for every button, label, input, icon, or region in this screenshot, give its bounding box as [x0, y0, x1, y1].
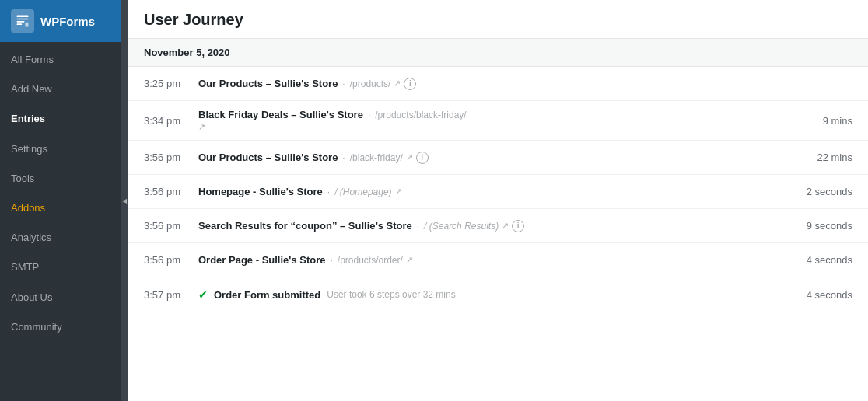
submitted-note: User took 6 steps over 32 mins: [327, 289, 455, 300]
sidebar-item-addons[interactable]: Addons: [0, 194, 121, 223]
time-cell: 3:56 pm: [144, 254, 198, 266]
duration-cell: 4 seconds: [790, 254, 852, 266]
info-icon[interactable]: i: [512, 220, 524, 232]
page-url: / (Search Results): [424, 221, 499, 232]
sidebar-logo[interactable]: WPForms: [0, 0, 121, 42]
time-cell: 3:56 pm: [144, 186, 198, 197]
sidebar-item-smtp[interactable]: SMTP: [0, 253, 121, 282]
page-name: Order Page - Sullie's Store: [198, 254, 325, 266]
detail-cell: Search Results for “coupon” – Sullie’s S…: [198, 220, 790, 232]
table-row: 3:25 pm Our Products – Sullie's Store · …: [128, 67, 868, 101]
page-name: Our Products – Sullie's Store: [198, 152, 338, 163]
detail-cell: Homepage - Sullie's Store · / (Homepage)…: [198, 186, 790, 197]
svg-rect-4: [25, 23, 28, 27]
time-cell: 3:56 pm: [144, 152, 198, 163]
svg-rect-3: [17, 23, 23, 25]
table-row: 3:56 pm Homepage - Sullie's Store · / (H…: [128, 175, 868, 209]
svg-rect-2: [17, 21, 25, 23]
page-url: /products/black-friday/: [375, 110, 466, 120]
sidebar-item-community[interactable]: Community: [0, 312, 121, 342]
svg-rect-0: [17, 16, 29, 18]
external-link-icon[interactable]: ↗: [198, 122, 205, 132]
detail-cell: Our Products – Sullie's Store · /black-f…: [198, 152, 790, 164]
page-url: /black-friday/: [350, 152, 403, 163]
separator: ·: [417, 221, 419, 232]
table-row: 3:56 pm Our Products – Sullie's Store · …: [128, 141, 868, 175]
sidebar: WPForms All Forms Add New Entries Settin…: [0, 0, 121, 401]
separator: ·: [327, 187, 330, 197]
wpforms-logo-icon: [11, 9, 34, 33]
duration-cell: 9 seconds: [790, 220, 852, 232]
external-link-icon[interactable]: ↗: [395, 187, 402, 197]
separator: ·: [342, 152, 345, 163]
time-cell: 3:56 pm: [144, 220, 198, 232]
detail-cell: Order Page - Sullie's Store · /products/…: [198, 254, 790, 266]
sidebar-item-all-forms[interactable]: All Forms: [0, 45, 121, 75]
detail-cell: ✔ Order Form submitted User took 6 steps…: [198, 288, 790, 301]
sidebar-item-analytics[interactable]: Analytics: [0, 223, 121, 253]
page-url: /products/: [350, 78, 391, 89]
detail-row-top: Black Friday Deals – Sullie's Store · /p…: [198, 109, 790, 120]
page-name: Black Friday Deals – Sullie's Store: [198, 109, 363, 120]
external-link-icon[interactable]: ↗: [502, 221, 509, 231]
duration-cell: 22 mins: [790, 152, 852, 163]
sidebar-item-entries[interactable]: Entries: [0, 104, 121, 134]
svg-rect-1: [17, 19, 29, 20]
duration-cell: 4 seconds: [790, 289, 852, 301]
detail-row-bottom: ↗: [198, 122, 790, 132]
time-cell: 3:57 pm: [144, 289, 198, 301]
duration-cell: 9 mins: [790, 115, 852, 127]
external-link-icon[interactable]: ↗: [394, 78, 401, 89]
duration-cell: 2 seconds: [790, 186, 852, 197]
page-url: /products/order/: [338, 255, 403, 266]
page-name: Search Results for “coupon” – Sullie’s S…: [198, 220, 412, 232]
separator: ·: [342, 78, 345, 89]
page-name: Our Products – Sullie's Store: [198, 78, 338, 89]
detail-cell: Our Products – Sullie's Store · /product…: [198, 78, 790, 90]
table-row: 3:57 pm ✔ Order Form submitted User took…: [128, 277, 868, 312]
external-link-icon[interactable]: ↗: [406, 255, 413, 265]
sidebar-navigation: All Forms Add New Entries Settings Tools…: [0, 42, 121, 342]
journey-table: November 5, 2020 3:25 pm Our Products – …: [128, 39, 868, 401]
separator: ·: [330, 255, 332, 266]
info-icon[interactable]: i: [404, 78, 416, 90]
time-cell: 3:25 pm: [144, 78, 198, 89]
table-row: 3:34 pm Black Friday Deals – Sullie's St…: [128, 101, 868, 141]
external-link-icon[interactable]: ↗: [406, 152, 413, 162]
submitted-label: Order Form submitted: [214, 289, 320, 301]
checkmark-icon: ✔: [198, 288, 208, 301]
sidebar-logo-label: WPForms: [40, 15, 95, 28]
sidebar-item-tools[interactable]: Tools: [0, 164, 121, 194]
main-content: User Journey November 5, 2020 3:25 pm Ou…: [128, 0, 868, 401]
table-row: 3:56 pm Order Page - Sullie's Store · /p…: [128, 243, 868, 277]
sidebar-collapse-button[interactable]: [121, 0, 128, 401]
date-header: November 5, 2020: [128, 39, 868, 67]
page-title: User Journey: [144, 11, 852, 29]
page-name: Homepage - Sullie's Store: [198, 186, 323, 197]
sidebar-item-add-new[interactable]: Add New: [0, 75, 121, 104]
sidebar-item-settings[interactable]: Settings: [0, 134, 121, 164]
time-cell: 3:34 pm: [144, 115, 198, 127]
separator: ·: [368, 110, 370, 120]
page-header: User Journey: [128, 0, 868, 39]
table-row: 3:56 pm Search Results for “coupon” – Su…: [128, 209, 868, 243]
sidebar-item-about-us[interactable]: About Us: [0, 283, 121, 312]
wpforms-svg-icon: [15, 13, 30, 29]
detail-cell: Black Friday Deals – Sullie's Store · /p…: [198, 109, 790, 132]
info-icon[interactable]: i: [416, 152, 429, 164]
page-url: / (Homepage): [334, 187, 391, 197]
